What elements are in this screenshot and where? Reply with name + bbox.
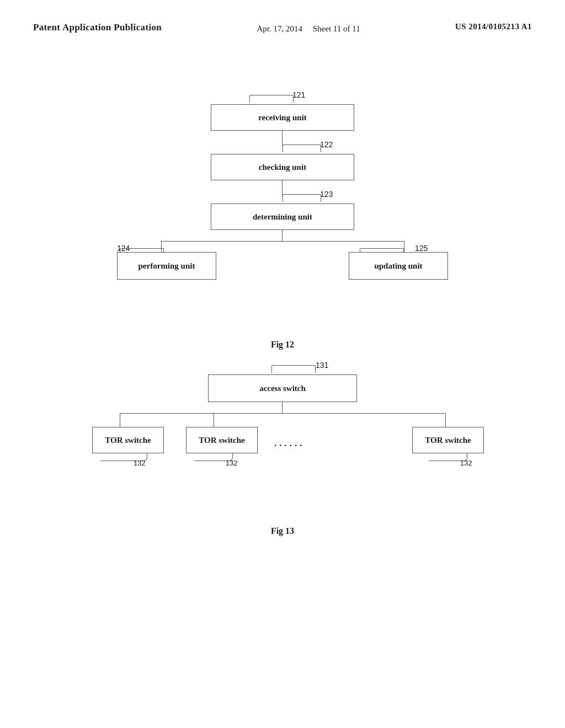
tor-switch-box-1: TOR switche xyxy=(92,427,164,453)
ref-122-label: 122 xyxy=(320,140,333,149)
ref-132-label-1: 132 xyxy=(134,459,146,467)
performing-unit-label: performing unit xyxy=(138,261,195,271)
tor-switch-box-3: TOR switche xyxy=(412,427,484,453)
ref-131-label: 131 xyxy=(316,361,328,370)
performing-unit-box: performing unit xyxy=(117,252,216,280)
receiving-unit-label: receiving unit xyxy=(258,113,307,122)
determining-unit-box: determining unit xyxy=(211,204,354,230)
fig12-diagram: 121 receiving unit 122 checking unit xyxy=(89,90,476,350)
ref-132-label-3: 132 xyxy=(460,459,472,467)
tor-switch-1-label: TOR switche xyxy=(105,436,151,445)
ref-123-label: 123 xyxy=(320,190,333,199)
ref-132-label-2: 132 xyxy=(226,459,238,467)
access-switch-box: access switch xyxy=(208,374,357,402)
publication-label: Patent Application Publication xyxy=(33,22,162,33)
fig13-diagram: 131 access switch TOR switche xyxy=(76,361,489,536)
date-sheet-info: Apr. 17, 2014 Sheet 11 of 11 xyxy=(257,22,360,35)
tor-switch-box-2: TOR switche xyxy=(186,427,258,453)
determining-unit-label: determining unit xyxy=(253,212,312,222)
updating-unit-box: updating unit xyxy=(349,252,448,280)
tor-switch-2-label: TOR switche xyxy=(199,436,244,445)
sheet-label: Sheet 11 of 11 xyxy=(313,24,360,33)
content: 121 receiving unit 122 checking unit xyxy=(0,46,565,569)
tor-switch-3-label: TOR switche xyxy=(425,436,471,445)
date-label: Apr. 17, 2014 xyxy=(257,24,302,33)
updating-unit-label: updating unit xyxy=(374,261,422,271)
patent-number: US 2014/0105213 A1 xyxy=(455,22,532,31)
dots-separator: ...... xyxy=(274,431,305,449)
page: Patent Application Publication Apr. 17, … xyxy=(0,0,565,728)
header: Patent Application Publication Apr. 17, … xyxy=(0,0,565,46)
checking-unit-label: checking unit xyxy=(259,163,306,172)
ref-121-label: 121 xyxy=(292,90,305,99)
access-switch-label: access switch xyxy=(259,384,306,393)
receiving-unit-box: receiving unit xyxy=(211,104,354,131)
ref-125-label: 125 xyxy=(415,244,428,253)
fig12-label: Fig 12 xyxy=(89,340,476,350)
checking-unit-box: checking unit xyxy=(211,154,354,180)
